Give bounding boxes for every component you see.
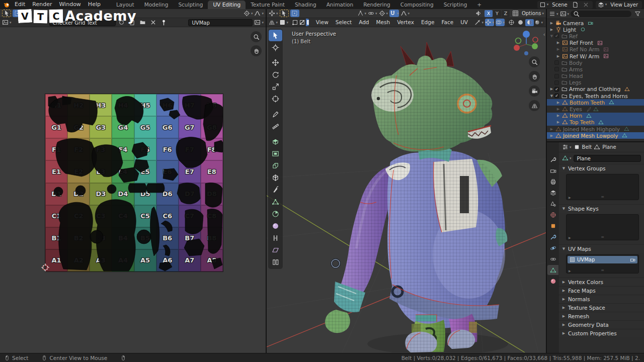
new-scene-icon[interactable] [571, 1, 580, 9]
tool-loop-cut[interactable] [269, 172, 282, 184]
view-layer-name[interactable]: View Layer [608, 2, 640, 8]
vp-ortho-toggle-button[interactable] [529, 100, 540, 111]
uv-canvas[interactable]: H1H2H3H4H5H6H7H8G1G2G3G4G5G6G7G8F1F2F3F4… [0, 27, 266, 352]
properties-tab-render[interactable] [547, 165, 558, 175]
outliner-row-arms[interactable]: Arms [547, 66, 644, 72]
panel-header-custom-properties[interactable]: ▶Custom Properties [559, 329, 644, 337]
outliner-row-light[interactable]: ▶Light [547, 26, 644, 33]
properties-tab-constraints[interactable] [547, 254, 558, 264]
tab-modeling[interactable]: Modeling [139, 1, 174, 9]
uvmap-field[interactable]: UVMap [188, 19, 253, 26]
tool-bevel[interactable] [269, 160, 282, 171]
vp-menu-vertex[interactable]: Vertex [393, 18, 418, 27]
menu-window[interactable]: Window [55, 0, 84, 9]
snap-grid-icon[interactable] [511, 10, 520, 17]
expander-icon[interactable]: ▶ [555, 101, 561, 105]
outliner-row-legs[interactable]: Legs [547, 79, 644, 86]
properties-tab-world[interactable] [547, 210, 558, 220]
tab--[interactable]: + [472, 1, 487, 9]
panel-header-remesh[interactable]: ▶Remesh [559, 312, 644, 320]
mode-dropdown[interactable] [279, 19, 288, 26]
tool-shear[interactable] [269, 244, 282, 256]
new-image-icon[interactable] [128, 19, 137, 26]
mirror-x-button[interactable]: X [485, 10, 493, 17]
breadcrumb-data[interactable]: Plane [602, 144, 616, 150]
properties-tab-object-data[interactable] [547, 265, 558, 275]
material-shading-button[interactable] [525, 19, 534, 26]
vp-active-tool-button[interactable] [280, 10, 289, 17]
vp-select-box-icon[interactable] [290, 10, 299, 17]
collection-checkbox[interactable] [554, 67, 559, 71]
gizmos-toggle-icon[interactable] [485, 19, 494, 26]
datablock-selector[interactable]: Plane [562, 154, 641, 162]
vp-menu-select[interactable]: Select [332, 18, 355, 27]
scene-selector[interactable]: Scene [537, 1, 593, 9]
panel-header-uv-maps[interactable]: ▼UV Maps [559, 244, 644, 253]
tool-annotate[interactable] [269, 109, 282, 120]
vp-menu-uv[interactable]: UV [457, 18, 471, 27]
collection-checkbox[interactable]: ✓ [554, 94, 559, 98]
menu-help[interactable]: Help [85, 0, 104, 9]
delete-scene-icon[interactable] [582, 1, 591, 9]
vp-pan-button[interactable] [529, 71, 540, 82]
vp-tool-gizmo-icon[interactable] [269, 10, 278, 17]
editor-type-uv-icon[interactable] [2, 19, 12, 26]
panel-header-vertex-groups[interactable]: ▼Vertex Groups [559, 164, 644, 172]
tab-rendering[interactable]: Rendering [358, 1, 395, 9]
expander-icon[interactable]: ▶ [555, 47, 561, 51]
tool-knife[interactable] [269, 184, 282, 196]
outliner-row-joined-mesh-highpoly[interactable]: ▶Joined Mesh Highpoly [547, 126, 644, 132]
tool-cursor[interactable] [269, 42, 282, 53]
outliner-row-eyes[interactable]: ▶Eyes [547, 106, 644, 112]
nav-gizmo[interactable] [512, 29, 541, 57]
expander-icon[interactable]: ▼ [549, 34, 554, 38]
tool-smooth[interactable] [269, 220, 282, 232]
uv-select-mode-icon[interactable] [23, 10, 32, 17]
unlink-image-icon[interactable] [117, 19, 126, 26]
vertex-mode-button[interactable] [292, 19, 298, 26]
list-resize-grip[interactable]: ≡ [601, 195, 604, 199]
tool-scale[interactable] [269, 81, 282, 93]
properties-tab-scene[interactable] [547, 199, 558, 209]
tool-spin[interactable] [269, 208, 282, 220]
tab-compositing[interactable]: Compositing [395, 1, 439, 9]
properties-tab-material[interactable] [547, 276, 558, 286]
uv-falloff-icon[interactable] [254, 10, 264, 17]
outliner-row-ref-front[interactable]: ▶Ref Front [547, 40, 644, 46]
list-resize-grip[interactable]: ≡ [601, 235, 604, 239]
close-image-icon[interactable] [149, 19, 158, 26]
face-mode-button[interactable] [306, 19, 309, 26]
tab-scripting[interactable]: Scripting [439, 1, 472, 9]
tab-animation[interactable]: Animation [321, 1, 359, 9]
open-image-icon[interactable] [138, 19, 147, 26]
editor-type-3d-icon[interactable] [269, 19, 278, 26]
datablock-name-field[interactable]: Plane [574, 155, 641, 162]
properties-tab-output[interactable] [547, 176, 558, 187]
blender-logo-icon[interactable] [2, 1, 11, 9]
tool-extrude-region[interactable] [269, 136, 282, 147]
outliner-filter-funnel-icon[interactable] [633, 10, 642, 18]
panel-header-geometry-data[interactable]: ▶Geometry Data [559, 320, 644, 329]
properties-tab-tool[interactable] [547, 154, 558, 164]
panel-header-face-maps[interactable]: ▶Face Maps [559, 286, 644, 295]
outliner-search-input[interactable] [571, 11, 631, 17]
transform-orientation-icon[interactable] [357, 10, 367, 17]
panel-header-vertex-colors[interactable]: ▶Vertex Colors [559, 278, 644, 286]
panel-list-uv-maps[interactable]: UVMap▶≡ [566, 254, 639, 274]
outliner-display-mode-icon[interactable] [560, 10, 570, 18]
display-channels-icon[interactable] [254, 19, 264, 26]
collection-checkbox[interactable]: ✓ [554, 87, 559, 92]
snap-target-icon[interactable] [368, 10, 377, 17]
outliner-row-armor-and-clothing[interactable]: ▶✓Armor and Clothing [547, 86, 644, 93]
region-collapse-arrow[interactable]: ‹ [543, 31, 545, 38]
vp-canvas[interactable]: User Perspective (1) Belt [267, 27, 546, 352]
collection-checkbox[interactable] [554, 74, 559, 78]
pin-icon[interactable] [159, 19, 169, 26]
outliner-row-ref-w-arm[interactable]: ▶Ref W/ Arm [547, 53, 644, 59]
edge-mode-button[interactable] [299, 19, 305, 26]
tab-sculpting[interactable]: Sculpting [173, 1, 208, 9]
panel-header-normals[interactable]: ▶Normals [559, 295, 644, 303]
menu-edit[interactable]: Edit [11, 0, 29, 9]
outliner-row-joined-mesh-lowpoly[interactable]: ▶Joined Mesh Lowpoly [547, 132, 644, 139]
uv-zoom-button[interactable] [251, 31, 262, 42]
